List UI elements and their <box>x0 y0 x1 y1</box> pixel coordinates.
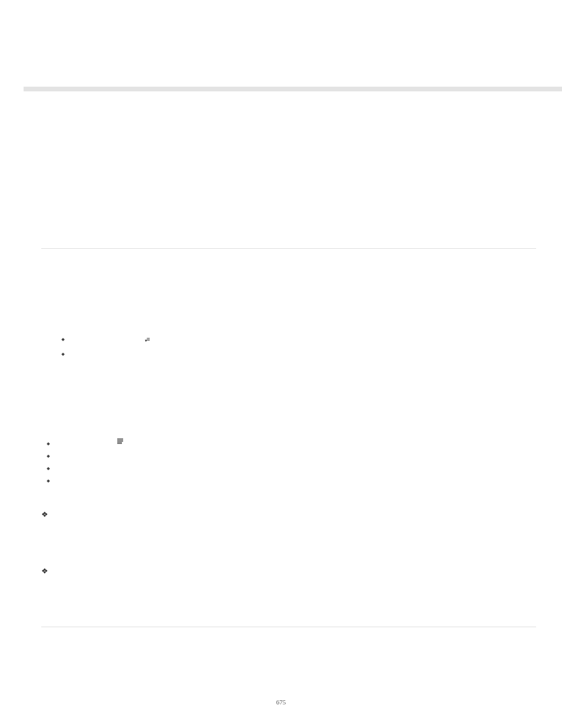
page-number: 675 <box>0 699 562 706</box>
cross-reference-icon: ❖ <box>41 510 48 518</box>
cross-reference-icon: ❖ <box>41 567 48 575</box>
bullet-icon <box>47 454 50 458</box>
section-divider <box>41 248 536 249</box>
new-page-indicator-icon <box>117 439 123 444</box>
bullet-icon <box>61 338 65 341</box>
bullet-icon <box>47 479 50 483</box>
section-divider <box>41 627 536 627</box>
bullet-icon <box>47 467 50 470</box>
panel-options-icon: ▾≡ <box>145 335 150 342</box>
bullet-icon <box>61 353 65 356</box>
bullet-icon <box>47 442 50 446</box>
header-rule <box>24 87 562 91</box>
